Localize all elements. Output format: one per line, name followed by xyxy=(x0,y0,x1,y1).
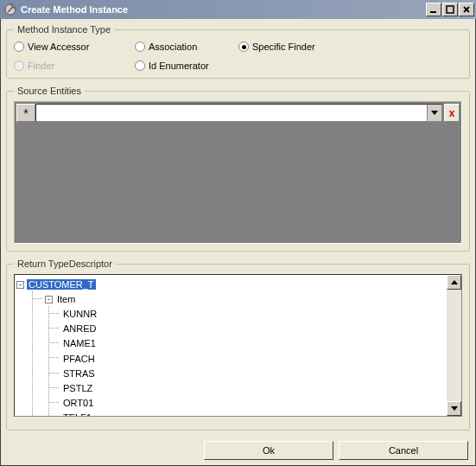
tree-node-label: ORT01 xyxy=(61,398,95,408)
tree-node-field[interactable]: TELF1 xyxy=(49,410,445,416)
button-label: Cancel xyxy=(389,445,418,456)
chevron-up-icon xyxy=(451,280,458,285)
radio-label: Finder xyxy=(28,61,54,71)
window-title: Create Method Instance xyxy=(21,4,425,15)
radio-association[interactable]: Association xyxy=(135,41,238,52)
tree-node-label: Item xyxy=(55,294,77,304)
radio-label: View Accessor xyxy=(28,41,89,52)
tree-node-field[interactable]: ANRED xyxy=(49,321,445,335)
radio-icon xyxy=(135,61,145,71)
source-entities-legend: Source Entities xyxy=(14,86,85,96)
scroll-up-button[interactable] xyxy=(447,275,461,290)
radio-label: Id Enumerator xyxy=(149,61,209,71)
tree-node-field[interactable]: NAME1 xyxy=(49,335,445,350)
radio-icon xyxy=(135,41,145,52)
tree-node-label: ANRED xyxy=(61,323,98,334)
radio-icon xyxy=(238,41,249,52)
radio-icon xyxy=(14,61,24,71)
source-entity-combo[interactable] xyxy=(35,104,442,122)
tree-node-field[interactable]: KUNNR xyxy=(49,306,445,321)
tree-node-item[interactable]: -Item xyxy=(33,291,445,306)
return-typedescriptor-group: Return TypeDescriptor -CUSTOMER_T-ItemKU… xyxy=(6,259,470,431)
source-entities-grid: * x xyxy=(14,101,462,244)
radio-view-accessor[interactable]: View Accessor xyxy=(14,41,135,52)
radio-id-enumerator[interactable]: Id Enumerator xyxy=(135,61,238,71)
tree-node-label: STRAS xyxy=(61,368,97,379)
tree-node-label: PFACH xyxy=(61,354,97,364)
method-instance-type-group: Method Instance Type View Accessor Assoc… xyxy=(6,24,470,79)
collapse-icon[interactable]: - xyxy=(45,296,53,303)
button-label: Ok xyxy=(263,445,275,456)
dropdown-button[interactable] xyxy=(427,105,441,121)
chevron-down-icon xyxy=(451,406,458,412)
radio-label: Specific Finder xyxy=(252,41,315,52)
tree-node-label: NAME1 xyxy=(61,338,98,348)
tree-node-label: KUNNR xyxy=(61,309,98,319)
tree-node-root[interactable]: -CUSTOMER_T xyxy=(16,277,445,291)
radio-icon xyxy=(14,41,24,52)
minimize-button[interactable] xyxy=(426,3,441,16)
source-entity-input[interactable] xyxy=(36,105,427,121)
svg-rect-2 xyxy=(447,6,454,13)
return-typedescriptor-legend: Return TypeDescriptor xyxy=(14,259,116,269)
radio-finder: Finder xyxy=(14,61,135,71)
tree-node-label: PSTLZ xyxy=(61,383,94,393)
method-instance-type-legend: Method Instance Type xyxy=(14,24,114,35)
ok-button[interactable]: Ok xyxy=(204,441,333,460)
scroll-down-button[interactable] xyxy=(447,401,461,416)
maximize-button[interactable] xyxy=(442,3,458,16)
tree-node-label: CUSTOMER_T xyxy=(27,279,96,290)
collapse-icon[interactable]: - xyxy=(16,281,24,289)
tree-node-field[interactable]: ORT01 xyxy=(49,395,445,410)
new-row-indicator: * xyxy=(16,104,35,122)
radio-label: Association xyxy=(149,41,197,52)
cancel-button[interactable]: Cancel xyxy=(339,441,468,460)
tree-node-field[interactable]: PSTLZ xyxy=(49,380,445,395)
chevron-down-icon xyxy=(431,111,438,116)
source-entities-group: Source Entities * x xyxy=(6,86,470,252)
radio-specific-finder[interactable]: Specific Finder xyxy=(238,41,359,52)
scroll-track[interactable] xyxy=(447,290,461,401)
tree-scrollbar[interactable] xyxy=(447,275,461,416)
svg-rect-1 xyxy=(430,11,436,13)
app-icon xyxy=(3,3,17,16)
delete-row-button[interactable]: x xyxy=(444,104,460,122)
typedescriptor-tree[interactable]: -CUSTOMER_T-ItemKUNNRANREDNAME1PFACHSTRA… xyxy=(15,275,447,416)
tree-node-label: TELF1 xyxy=(61,412,93,416)
delete-icon: x xyxy=(449,107,455,119)
close-button[interactable] xyxy=(459,3,474,16)
tree-node-field[interactable]: PFACH xyxy=(49,350,445,365)
tree-node-field[interactable]: STRAS xyxy=(49,366,445,380)
